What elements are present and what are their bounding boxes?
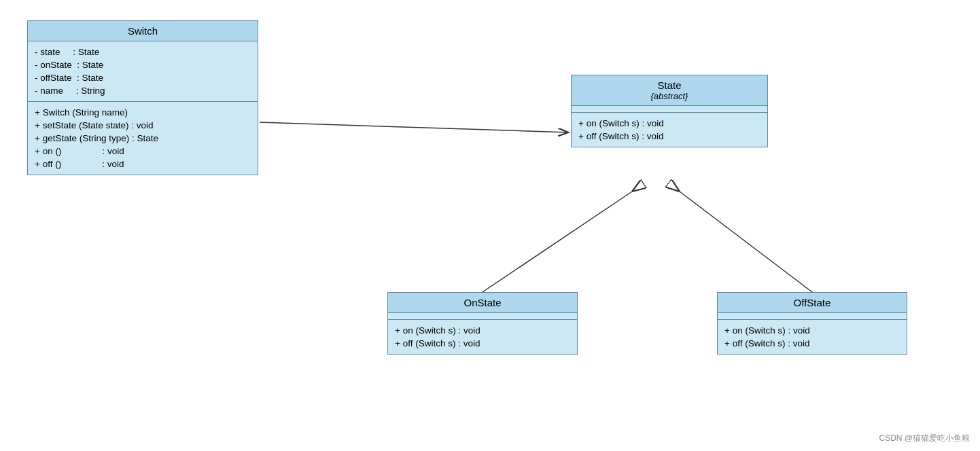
offstate-class: OffState + on (Switch s) : void + off (S…: [717, 292, 907, 355]
onstate-fields-section: [388, 313, 577, 320]
offstate-method-2: + off (Switch s) : void: [724, 337, 900, 350]
switch-method-2: + setState (State state) : void: [35, 119, 251, 132]
watermark: CSDN @猫猫爱吃小鱼粮: [879, 433, 970, 444]
diagram-container: Switch - state : State - onState : State…: [0, 0, 980, 451]
switch-method-4: + on () : void: [35, 145, 251, 158]
switch-methods-section: + Switch (String name) + setState (State…: [28, 102, 258, 175]
switch-to-state-arrow: [260, 122, 568, 132]
state-methods-section: + on (Switch s) : void + off (Switch s) …: [572, 113, 767, 147]
state-class-stereotype: {abstract}: [578, 91, 760, 101]
onstate-method-1: + on (Switch s) : void: [395, 324, 570, 337]
switch-method-1: + Switch (String name): [35, 106, 251, 119]
switch-field-1: - state : State: [35, 46, 251, 58]
state-method-1: + on (Switch s) : void: [578, 117, 760, 130]
onstate-method-2: + off (Switch s) : void: [395, 337, 570, 350]
onstate-class-name: OnState: [395, 297, 570, 308]
onstate-class-header: OnState: [388, 293, 577, 313]
onstate-to-state-arrow: [483, 192, 632, 292]
state-class-header: State {abstract}: [572, 75, 767, 106]
switch-field-4: - name : String: [35, 84, 251, 97]
state-fields-section: [572, 106, 767, 113]
switch-method-5: + off () : void: [35, 158, 251, 170]
switch-class-name: Switch: [35, 25, 251, 37]
state-method-2: + off (Switch s) : void: [578, 130, 760, 143]
onstate-class: OnState + on (Switch s) : void + off (Sw…: [387, 292, 578, 355]
onstate-methods-section: + on (Switch s) : void + off (Switch s) …: [388, 320, 577, 354]
offstate-class-header: OffState: [718, 293, 907, 313]
state-class-name: State: [578, 79, 760, 91]
switch-method-3: + getState (String type) : State: [35, 132, 251, 145]
switch-field-3: - offState : State: [35, 71, 251, 84]
state-class: State {abstract} + on (Switch s) : void …: [571, 75, 768, 147]
offstate-class-name: OffState: [724, 297, 900, 308]
offstate-method-1: + on (Switch s) : void: [724, 324, 900, 337]
switch-class: Switch - state : State - onState : State…: [27, 20, 258, 175]
switch-class-header: Switch: [28, 21, 258, 41]
switch-field-2: - onState : State: [35, 58, 251, 71]
offstate-to-state-arrow: [680, 192, 812, 292]
offstate-methods-section: + on (Switch s) : void + off (Switch s) …: [718, 320, 907, 354]
offstate-fields-section: [718, 313, 907, 320]
switch-fields-section: - state : State - onState : State - offS…: [28, 41, 258, 102]
